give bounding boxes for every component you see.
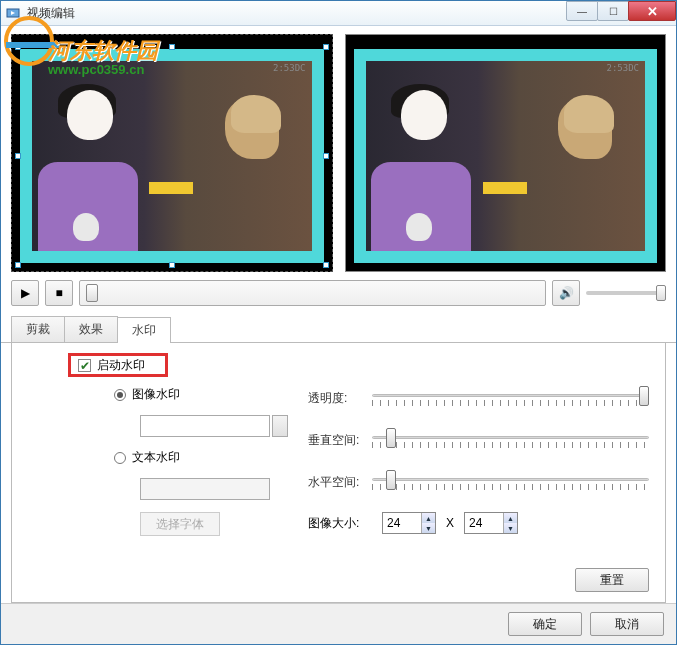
mute-button[interactable]: 🔊	[552, 280, 580, 306]
text-watermark-radio[interactable]	[114, 452, 126, 464]
height-up[interactable]: ▲	[503, 513, 517, 523]
crop-handle-bm[interactable]	[169, 262, 175, 268]
vspace-thumb[interactable]	[386, 428, 396, 448]
window-controls: — ☐ ✕	[567, 1, 676, 21]
size-separator: X	[446, 516, 454, 530]
text-watermark-label: 文本水印	[132, 449, 180, 466]
crop-handle-tl[interactable]	[15, 44, 21, 50]
play-button[interactable]: ▶	[11, 280, 39, 306]
vspace-label: 垂直空间:	[308, 432, 372, 449]
width-spinner[interactable]: 24 ▲ ▼	[382, 512, 436, 534]
tabs: 剪裁 效果 水印	[1, 316, 676, 343]
seek-slider[interactable]	[79, 280, 546, 306]
playback-bar: ▶ ■ 🔊	[1, 276, 676, 312]
watermark-panel: ✔ 启动水印 图像水印 文本水印	[11, 343, 666, 603]
maximize-button[interactable]: ☐	[597, 1, 629, 21]
speaker-icon: 🔊	[559, 286, 574, 300]
preview-result: 2:53DC	[345, 34, 667, 272]
cancel-button[interactable]: 取消	[590, 612, 664, 636]
preview-area: 2:53DC 2:53DC	[1, 26, 676, 276]
video-edit-window: 视频编辑 — ☐ ✕ 河东软件园 www.pc0359.cn 2:53DC	[0, 0, 677, 645]
crop-handle-br[interactable]	[323, 262, 329, 268]
image-path-input[interactable]	[140, 415, 270, 437]
choose-font-button[interactable]: 选择字体	[140, 512, 220, 536]
tutorial-highlight	[68, 353, 168, 377]
text-watermark-input[interactable]	[140, 478, 270, 500]
tab-watermark[interactable]: 水印	[117, 317, 171, 343]
opacity-label: 透明度:	[308, 390, 372, 407]
play-icon: ▶	[21, 286, 30, 300]
crop-handle-mr[interactable]	[323, 153, 329, 159]
hspace-label: 水平空间:	[308, 474, 372, 491]
preview-source[interactable]: 2:53DC	[11, 34, 333, 272]
tab-crop[interactable]: 剪裁	[11, 316, 65, 342]
close-button[interactable]: ✕	[628, 1, 676, 21]
image-size-label: 图像大小:	[308, 515, 372, 532]
seek-thumb[interactable]	[86, 284, 98, 302]
tab-effect[interactable]: 效果	[64, 316, 118, 342]
window-title: 视频编辑	[27, 5, 75, 22]
width-down[interactable]: ▼	[421, 523, 435, 533]
reset-button[interactable]: 重置	[575, 568, 649, 592]
height-down[interactable]: ▼	[503, 523, 517, 533]
height-value: 24	[469, 516, 482, 530]
image-watermark-label: 图像水印	[132, 386, 180, 403]
app-icon	[5, 5, 21, 21]
stop-icon: ■	[55, 286, 62, 300]
hspace-thumb[interactable]	[386, 470, 396, 490]
opacity-thumb[interactable]	[639, 386, 649, 406]
stop-button[interactable]: ■	[45, 280, 73, 306]
volume-slider[interactable]	[586, 291, 666, 295]
crop-handle-ml[interactable]	[15, 153, 21, 159]
opacity-slider[interactable]	[372, 386, 649, 410]
hspace-slider[interactable]	[372, 470, 649, 494]
volume-thumb[interactable]	[656, 285, 666, 301]
ok-button[interactable]: 确定	[508, 612, 582, 636]
minimize-button[interactable]: —	[566, 1, 598, 21]
width-value: 24	[387, 516, 400, 530]
width-up[interactable]: ▲	[421, 513, 435, 523]
titlebar[interactable]: 视频编辑 — ☐ ✕	[1, 1, 676, 26]
crop-handle-tr[interactable]	[323, 44, 329, 50]
crop-handle-tm[interactable]	[169, 44, 175, 50]
browse-image-button[interactable]	[272, 415, 288, 437]
height-spinner[interactable]: 24 ▲ ▼	[464, 512, 518, 534]
crop-handle-bl[interactable]	[15, 262, 21, 268]
image-watermark-radio[interactable]	[114, 389, 126, 401]
vspace-slider[interactable]	[372, 428, 649, 452]
dialog-buttons: 确定 取消	[1, 603, 676, 644]
